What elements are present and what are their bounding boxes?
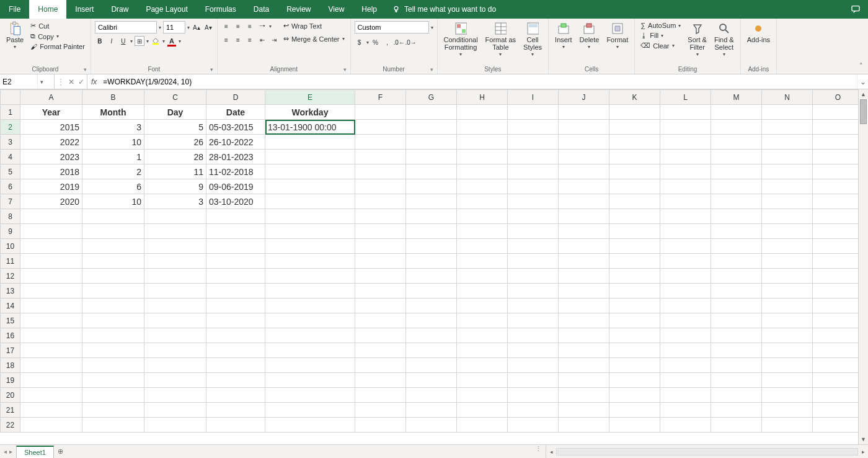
format-cells-button[interactable]: Format▾ — [604, 21, 631, 52]
cell[interactable]: 09-06-2019 — [206, 179, 265, 194]
row-header[interactable]: 20 — [1, 388, 20, 403]
cell[interactable] — [406, 164, 457, 179]
cell[interactable] — [144, 313, 206, 328]
decrease-indent-button[interactable]: ⇤ — [257, 35, 267, 45]
cell[interactable]: 28-01-2023 — [206, 150, 265, 164]
cell[interactable] — [508, 358, 559, 373]
cell[interactable] — [609, 179, 660, 194]
comma-format-button[interactable]: , — [383, 37, 392, 47]
chevron-down-icon[interactable]: ▾ — [159, 25, 161, 30]
cell[interactable] — [20, 224, 82, 239]
cell[interactable] — [355, 224, 406, 239]
cell[interactable] — [559, 209, 609, 224]
align-right-button[interactable]: ≡ — [245, 35, 255, 45]
cell[interactable] — [609, 313, 660, 328]
cell[interactable] — [559, 403, 609, 418]
cell[interactable] — [660, 224, 711, 239]
cell[interactable] — [265, 299, 355, 313]
cell[interactable] — [813, 313, 864, 328]
cell[interactable] — [20, 373, 82, 388]
row-header[interactable]: 7 — [1, 194, 20, 209]
cell[interactable] — [406, 209, 457, 224]
cell[interactable] — [609, 224, 660, 239]
cell[interactable] — [406, 343, 457, 358]
row-header[interactable]: 19 — [1, 373, 20, 388]
cell[interactable] — [609, 269, 660, 284]
cell[interactable] — [762, 194, 813, 209]
cell[interactable] — [762, 164, 813, 179]
cell[interactable]: 10 — [82, 135, 144, 150]
cell[interactable] — [559, 373, 609, 388]
cell[interactable] — [762, 403, 813, 418]
cell[interactable] — [406, 328, 457, 343]
row-header[interactable]: 12 — [1, 269, 20, 284]
cell[interactable] — [660, 150, 711, 164]
cell[interactable] — [660, 328, 711, 343]
cell[interactable] — [711, 358, 762, 373]
accept-formula-button[interactable]: ✓ — [78, 78, 84, 86]
cell[interactable] — [144, 254, 206, 269]
cell[interactable] — [609, 150, 660, 164]
tab-home[interactable]: Home — [29, 0, 66, 19]
merge-center-button[interactable]: ⇔ Merge & Center ▾ — [281, 34, 347, 43]
number-format-select[interactable] — [355, 21, 429, 34]
cell[interactable] — [508, 269, 559, 284]
cell[interactable] — [609, 388, 660, 403]
cell[interactable] — [355, 194, 406, 209]
align-bottom-button[interactable]: ≡ — [245, 21, 255, 31]
tab-formulas[interactable]: Formulas — [197, 0, 245, 19]
tab-draw[interactable]: Draw — [102, 0, 137, 19]
cell[interactable] — [762, 120, 813, 135]
cell[interactable] — [355, 358, 406, 373]
cell[interactable] — [265, 284, 355, 299]
cell[interactable] — [559, 150, 609, 164]
accounting-format-button[interactable]: $ — [355, 37, 365, 47]
cell[interactable] — [559, 358, 609, 373]
fill-button[interactable]: ⭳Fill▾ — [639, 31, 683, 40]
scroll-right-button[interactable]: ▸ — [858, 449, 868, 455]
cell[interactable] — [813, 209, 864, 224]
column-header[interactable]: G — [406, 90, 457, 105]
cell[interactable] — [813, 224, 864, 239]
row-header[interactable]: 13 — [1, 284, 20, 299]
cell[interactable] — [20, 313, 82, 328]
cell[interactable] — [457, 179, 508, 194]
cell[interactable] — [508, 299, 559, 313]
fx-icon[interactable]: fx — [87, 74, 100, 89]
cell[interactable]: 2020 — [20, 194, 82, 209]
paste-button[interactable]: Paste ▾ — [4, 21, 26, 52]
grow-font-button[interactable]: A▴ — [192, 22, 202, 32]
fill-color-button[interactable] — [151, 36, 161, 46]
cell[interactable] — [559, 224, 609, 239]
cell[interactable] — [508, 328, 559, 343]
cell[interactable] — [265, 313, 355, 328]
cell[interactable] — [406, 135, 457, 150]
row-header[interactable]: 15 — [1, 313, 20, 328]
cell[interactable] — [206, 358, 265, 373]
percent-format-button[interactable]: % — [371, 37, 381, 47]
cell[interactable] — [406, 358, 457, 373]
formula-input[interactable] — [100, 74, 857, 89]
cell[interactable] — [559, 418, 609, 433]
cell[interactable] — [813, 150, 864, 164]
cell[interactable] — [206, 224, 265, 239]
sort-filter-button[interactable]: Sort & Filter▾ — [685, 21, 709, 59]
cell[interactable] — [406, 269, 457, 284]
cell[interactable] — [457, 209, 508, 224]
cell[interactable] — [144, 418, 206, 433]
cell[interactable] — [609, 209, 660, 224]
align-center-button[interactable]: ≡ — [233, 35, 243, 45]
cell[interactable] — [457, 388, 508, 403]
cell[interactable]: 2015 — [20, 120, 82, 135]
cell[interactable] — [457, 299, 508, 313]
chevron-down-icon[interactable]: ▾ — [37, 74, 46, 89]
column-header[interactable]: O — [813, 90, 864, 105]
cell[interactable]: 2018 — [20, 164, 82, 179]
cell[interactable]: Day — [144, 105, 206, 120]
decrease-decimal-button[interactable]: .0→ — [406, 37, 416, 47]
tab-view[interactable]: View — [320, 0, 353, 19]
cell[interactable] — [813, 388, 864, 403]
cell[interactable] — [20, 254, 82, 269]
cell[interactable] — [355, 209, 406, 224]
cell[interactable] — [355, 254, 406, 269]
